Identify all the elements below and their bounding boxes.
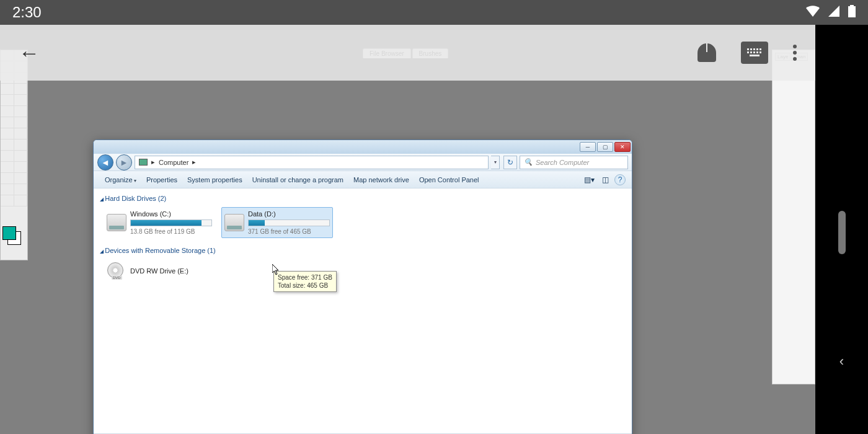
group-hard-disk-drives[interactable]: Hard Disk Drives (2) xyxy=(95,192,631,205)
svg-rect-7 xyxy=(760,48,761,50)
search-input[interactable]: 🔍 Search Computer xyxy=(520,156,628,169)
close-button[interactable]: ✕ xyxy=(614,142,631,152)
group-removable-storage[interactable]: Devices with Removable Storage (1) xyxy=(95,244,631,257)
svg-rect-10 xyxy=(753,51,755,53)
usage-bar xyxy=(248,219,330,226)
chevron-left-icon[interactable]: ‹ xyxy=(839,353,844,370)
svg-rect-0 xyxy=(850,5,854,6)
battery-icon xyxy=(848,5,856,20)
view-menu-icon[interactable]: ▤▾ xyxy=(582,174,596,186)
breadcrumb[interactable]: Computer xyxy=(159,159,188,166)
svg-rect-6 xyxy=(756,48,758,50)
control-panel-button[interactable]: Open Control Panel xyxy=(414,174,484,186)
search-icon: 🔍 xyxy=(524,158,533,166)
organize-menu[interactable]: Organize xyxy=(100,174,141,186)
map-drive-button[interactable]: Map network drive xyxy=(348,174,414,186)
svg-rect-13 xyxy=(750,55,760,56)
clock: 2:30 xyxy=(12,4,42,21)
help-icon[interactable]: ? xyxy=(614,174,626,185)
mouse-mode-icon[interactable] xyxy=(698,43,716,62)
android-status-bar: 2:30 xyxy=(0,0,868,25)
computer-icon xyxy=(139,159,148,166)
usage-bar xyxy=(130,219,212,226)
more-options-icon[interactable] xyxy=(793,45,797,61)
maximize-button[interactable]: ▢ xyxy=(597,142,613,152)
drive-subtext: 371 GB free of 465 GB xyxy=(248,228,330,235)
explorer-window: ─ ▢ ✕ ◄ ► ▸ Computer ▸ ▾ ↻ 🔍 Search Comp… xyxy=(93,140,632,434)
disk-icon xyxy=(107,214,126,231)
drive-label: DVD RW Drive (E:) xyxy=(130,267,188,275)
drive-dvd[interactable]: DVD RW Drive (E:) xyxy=(104,259,215,283)
cursor-icon xyxy=(272,264,280,275)
svg-rect-9 xyxy=(750,51,752,53)
drive-tooltip: Space free: 371 GB Total size: 465 GB xyxy=(273,271,337,292)
svg-rect-1 xyxy=(848,6,856,17)
svg-rect-11 xyxy=(756,51,758,53)
disk-icon xyxy=(224,214,244,231)
content-area[interactable]: Hard Disk Drives (2) Windows (C:) 13.8 G… xyxy=(94,188,632,433)
svg-rect-8 xyxy=(747,51,749,53)
svg-rect-12 xyxy=(760,51,761,53)
svg-rect-3 xyxy=(747,48,749,50)
refresh-button[interactable]: ↻ xyxy=(503,156,517,169)
scroll-handle[interactable] xyxy=(838,211,846,254)
back-icon[interactable]: ← xyxy=(19,41,40,65)
drive-label: Data (D:) xyxy=(248,210,330,218)
search-placeholder: Search Computer xyxy=(536,159,589,166)
svg-rect-5 xyxy=(753,48,755,50)
drive-subtext: 13.8 GB free of 119 GB xyxy=(130,228,212,235)
nav-back-button[interactable]: ◄ xyxy=(97,154,113,170)
properties-button[interactable]: Properties xyxy=(141,174,182,186)
svg-rect-4 xyxy=(750,48,752,50)
keyboard-icon[interactable] xyxy=(741,42,768,64)
cell-signal-icon xyxy=(828,6,839,20)
remote-desktop: ← File Browser Brushes LayeChan ─ ▢ ✕ xyxy=(0,25,815,434)
system-properties-button[interactable]: System properties xyxy=(182,174,247,186)
titlebar[interactable]: ─ ▢ ✕ xyxy=(94,140,632,154)
command-bar: Organize Properties System properties Un… xyxy=(94,171,632,188)
remote-overlay-bar: ← xyxy=(0,25,815,81)
minimize-button[interactable]: ─ xyxy=(580,142,596,152)
address-bar: ◄ ► ▸ Computer ▸ ▾ ↻ 🔍 Search Computer xyxy=(94,154,632,171)
gimp-right-dock[interactable]: LayeChan xyxy=(772,50,815,384)
gimp-color-swatch[interactable] xyxy=(2,226,21,245)
address-box[interactable]: ▸ Computer ▸ xyxy=(135,156,489,169)
android-nav-bar: ‹ xyxy=(815,25,868,434)
drive-d[interactable]: Data (D:) 371 GB free of 465 GB xyxy=(221,207,333,238)
drive-label: Windows (C:) xyxy=(130,210,212,218)
address-dropdown-icon[interactable]: ▾ xyxy=(491,156,500,169)
drive-c[interactable]: Windows (C:) 13.8 GB free of 119 GB xyxy=(104,207,215,238)
dvd-icon xyxy=(107,262,126,280)
wifi-icon xyxy=(806,6,820,20)
preview-pane-icon[interactable]: ◫ xyxy=(598,174,612,186)
uninstall-button[interactable]: Uninstall or change a program xyxy=(247,174,348,186)
nav-forward-button[interactable]: ► xyxy=(116,154,132,170)
